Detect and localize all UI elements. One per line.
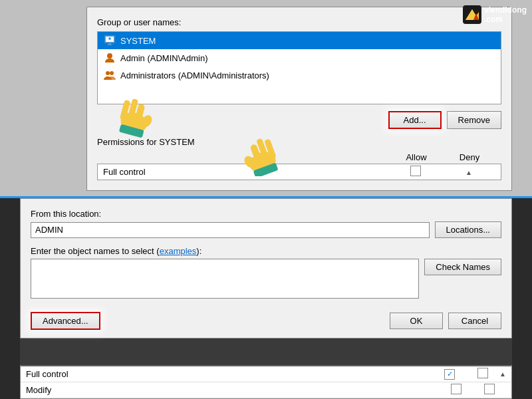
remove-button[interactable]: Remove	[447, 111, 501, 129]
logo: viendidong .com	[463, 5, 527, 25]
ok-button[interactable]: OK	[390, 313, 443, 329]
admin-icon	[103, 51, 116, 65]
enter-names-text: Enter the object names to select	[31, 246, 154, 256]
object-names-label: Enter the object names to select (exampl…	[31, 246, 501, 256]
permissions-fullcontrol-row: Full control ▲	[97, 164, 501, 180]
full-control-allow-check[interactable]: ✓	[433, 368, 466, 380]
svg-rect-2	[108, 43, 111, 45]
svg-point-4	[108, 37, 111, 40]
perm-row-modify: Modify	[21, 382, 511, 398]
examples-link[interactable]: examples	[160, 246, 197, 256]
svg-point-6	[106, 71, 110, 75]
deny-area: ▲	[442, 167, 495, 177]
administrators-icon	[103, 68, 116, 82]
dark-overlay-left	[0, 198, 20, 399]
empty-box-3[interactable]	[484, 384, 495, 394]
location-input[interactable]	[31, 222, 430, 238]
locations-button[interactable]: Locations...	[435, 221, 502, 238]
perm-row-fullcontrol: Full control ✓ ▲	[21, 365, 511, 382]
permissions-dialog: Group or user names: SYSTEM	[86, 7, 512, 191]
list-item-admin[interactable]: Admin (ADMIN\Admin)	[98, 49, 501, 66]
full-control-label: Full control	[103, 167, 389, 177]
location-row: Locations...	[31, 221, 501, 238]
logo-text-container: viendidong .com	[484, 5, 527, 25]
top-section: Group or user names: SYSTEM	[0, 0, 532, 196]
logo-text-line2: .com	[484, 15, 527, 24]
from-location-label: From this location:	[31, 209, 501, 219]
perm-deny-col: Deny	[443, 152, 496, 162]
add-button[interactable]: Add...	[388, 111, 442, 129]
select-user-dialog: From this location: Locations... Enter t…	[20, 198, 512, 338]
allow-checkbox[interactable]	[389, 166, 442, 178]
perm-allow-col: Allow	[390, 152, 443, 162]
bottom-btn-row: Advanced... OK Cancel	[31, 312, 501, 330]
permissions-for-label: Permissions for SYSTEM	[97, 137, 501, 147]
system-user-label: SYSTEM	[120, 36, 156, 46]
administrators-user-label: Administrators (ADMIN\Administrators)	[120, 70, 269, 80]
allow-check-box[interactable]	[410, 166, 421, 176]
scroll-up-arrow[interactable]: ▲	[466, 169, 472, 176]
ok-cancel-buttons: OK Cancel	[390, 313, 501, 329]
list-item-administrators[interactable]: Administrators (ADMIN\Administrators)	[98, 66, 501, 84]
system-icon	[103, 34, 116, 47]
logo-text-line1: viendidong	[484, 5, 527, 15]
group-users-label: Group or user names:	[97, 17, 501, 27]
scroll-up-icon[interactable]: ▲	[499, 370, 506, 378]
group-users-list[interactable]: SYSTEM Admin (ADMIN\Admin)	[97, 31, 501, 104]
svg-point-7	[110, 71, 114, 75]
empty-box-2[interactable]	[451, 384, 462, 394]
bottom-section: From this location: Locations... Enter t…	[0, 198, 532, 399]
checked-box[interactable]: ✓	[444, 369, 455, 380]
bottom-permissions-section: Full control ✓ ▲ Modify	[20, 365, 512, 399]
cancel-button[interactable]: Cancel	[448, 313, 501, 329]
modify-allow-check[interactable]	[440, 384, 473, 396]
advanced-button[interactable]: Advanced...	[31, 312, 100, 330]
svg-rect-3	[107, 45, 112, 45]
empty-box[interactable]	[477, 368, 488, 378]
object-names-textarea[interactable]	[31, 259, 419, 299]
check-names-button[interactable]: Check Names	[424, 259, 501, 275]
admin-user-label: Admin (ADMIN\Admin)	[120, 53, 207, 63]
full-control-deny-check[interactable]	[466, 368, 499, 380]
modify-deny-check[interactable]	[473, 384, 506, 396]
modify-row-label: Modify	[26, 385, 440, 395]
list-item-system[interactable]: SYSTEM	[98, 32, 501, 49]
permissions-header: Allow Deny	[97, 151, 501, 164]
add-remove-buttons: Add... Remove	[97, 111, 501, 129]
full-control-row-label: Full control	[26, 369, 433, 379]
dark-overlay-right	[512, 198, 532, 399]
logo-icon	[463, 5, 481, 24]
blue-divider	[0, 196, 532, 198]
svg-point-5	[107, 53, 112, 59]
